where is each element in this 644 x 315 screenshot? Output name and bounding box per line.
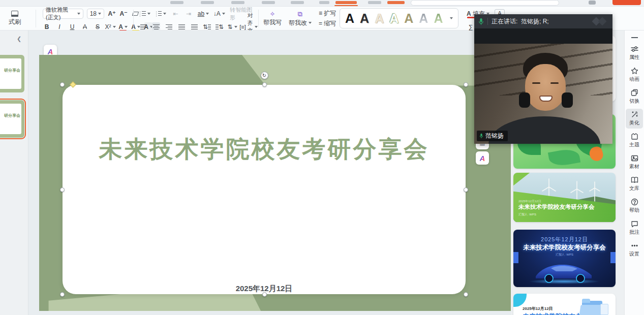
participant-name: 范铭扬 (485, 132, 504, 140)
editing-canvas[interactable]: A 未来技术学院校友考研分享会 2025年12月12日 ↻ (29, 30, 511, 315)
chevron-down-icon (77, 13, 80, 15)
topbar-icon[interactable] (589, 1, 596, 5)
rail-item-properties[interactable]: 属性 (626, 43, 643, 63)
decrease-indent-button[interactable]: ⇤ (171, 9, 179, 18)
font-name-select[interactable]: 微软雅黑 (正文) (43, 9, 83, 19)
menu-tab[interactable] (231, 1, 244, 4)
template-card-car[interactable]: 2025年12月12日 未来技术学院校友考研分享会 汇报人: WPS (513, 230, 616, 287)
rail-label: 美化 (629, 119, 639, 127)
right-tool-rail: 属性 动画 切换 美化 主题 素材 文库 帮助 (624, 30, 644, 315)
align-text-icon: [≡] (239, 24, 246, 30)
gallery-more-button[interactable] (450, 17, 453, 19)
art-style-3[interactable]: A (375, 12, 384, 25)
voice-banner: 正在讲话: 范铭扬; R; (474, 14, 612, 28)
format-painter-button[interactable]: 式刷 (2, 7, 27, 30)
resize-handle-nw[interactable] (60, 82, 65, 87)
resize-handle-se[interactable] (464, 292, 468, 297)
template-card-doc[interactable]: 2025年12月12日 未来技术学院校友考研分享会 (513, 294, 616, 315)
ai-expand-button[interactable]: ≡ 扩写 (319, 9, 336, 18)
art-text-gallery: A A A A A A A (340, 8, 458, 32)
art-style-4[interactable]: A (389, 12, 398, 25)
art-style-1[interactable]: A (345, 12, 354, 25)
divider (133, 10, 134, 27)
collapse-slides-panel-button[interactable]: ❮ (17, 36, 21, 42)
resize-handle-e[interactable] (464, 187, 468, 192)
art-style-2[interactable]: A (360, 12, 369, 25)
ai-revise-button[interactable]: ⧉ 帮我改 (289, 10, 312, 27)
video-call-overlay[interactable]: 正在讲话: 范铭扬; R; (474, 14, 612, 144)
chevron-down-icon (206, 13, 209, 15)
numbered-list-button[interactable] (156, 9, 167, 18)
rail-item-beautify[interactable]: 美化 (626, 109, 643, 129)
change-case-button[interactable]: ab (198, 9, 208, 18)
sparkle-icon: ✧ (270, 10, 275, 18)
rail-item-theme[interactable]: 主题 (626, 131, 643, 150)
resize-handle-sw[interactable] (60, 292, 65, 297)
resize-handle-w[interactable] (60, 187, 65, 192)
slide-editing-area[interactable]: 未来技术学院校友考研分享会 2025年12月12日 ↻ (39, 55, 511, 311)
search-input[interactable] (411, 0, 559, 6)
rail-item-assets[interactable]: 素材 (626, 152, 643, 172)
menu-tab[interactable] (387, 1, 405, 4)
shrink-font-button[interactable]: A⁻ (119, 9, 128, 18)
font-color-label: A (118, 23, 123, 30)
adjust-handle[interactable] (70, 81, 76, 88)
menu-tab[interactable] (291, 1, 304, 4)
title-card-shape[interactable]: 未来技术学院校友考研分享会 2025年12月12日 ↻ (63, 85, 466, 294)
wps-ai-float-button[interactable]: A (476, 151, 489, 165)
align-center-icon (153, 24, 160, 30)
thumbnail-2-text: 研分享会 (4, 113, 20, 118)
ai-expand-label: 扩写 (324, 10, 336, 17)
slide-title-text[interactable]: 未来技术学院校友考研分享会 (63, 134, 466, 165)
rail-item-help[interactable]: 帮助 (626, 196, 643, 216)
condense-icon: = (319, 20, 322, 27)
bullet-list-button[interactable] (139, 9, 150, 18)
text-direction-button[interactable]: ↓A (213, 9, 225, 18)
menu-tab[interactable] (201, 1, 214, 4)
rail-item-transition[interactable]: 切换 (626, 87, 643, 107)
rail-item-animation[interactable]: 动画 (626, 65, 643, 85)
resize-handle-ne[interactable] (464, 82, 468, 87)
menu-tab[interactable] (170, 1, 183, 4)
webcam-video[interactable]: 范铭扬 (474, 28, 612, 144)
chevron-down-icon (222, 13, 225, 15)
resize-handle-n[interactable] (262, 82, 267, 87)
thumbnail-1-text: 研分享会 (4, 68, 20, 73)
menu-tab[interactable] (368, 1, 381, 4)
increase-indent-button[interactable]: ⇥ (185, 9, 193, 18)
ai-write-button[interactable]: ✧ 帮我写 (263, 10, 282, 27)
art-style-7[interactable]: A (434, 12, 443, 25)
clear-format-button[interactable] (131, 9, 139, 18)
ai-condense-button[interactable]: = 缩写 (319, 19, 336, 28)
rail-item-library[interactable]: 文库 (626, 174, 643, 194)
template-card-windfarm[interactable]: 2025年12月12日 未来技术学院校友考研分享会 汇报人: WPS (513, 173, 616, 222)
collapse-rail-button[interactable] (631, 37, 638, 38)
person-face (525, 64, 566, 111)
menu-tab-active[interactable] (335, 1, 357, 4)
template-title: 未来技术学院校友考研分享会 (518, 203, 595, 211)
topbar-red-button[interactable] (612, 0, 641, 5)
rotate-handle[interactable]: ↻ (261, 72, 268, 79)
art-style-6[interactable]: A (419, 12, 428, 25)
grow-font-button[interactable]: A⁺ (108, 9, 116, 18)
wps-ai-icon: A (48, 47, 53, 56)
slide-thumbnail-2-preview: 研分享会 (0, 104, 21, 134)
ai-condense-label: 缩写 (324, 20, 336, 27)
chevron-down-icon (98, 13, 101, 15)
slide-thumbnail-1[interactable]: 研分享会 (0, 55, 24, 92)
star-icon (631, 67, 638, 75)
template-title: 未来技术学院校友考研分享会 (513, 243, 616, 252)
menu-tab[interactable] (262, 1, 275, 4)
doc-sheet (600, 304, 608, 315)
rail-label: 设置 (629, 250, 639, 258)
rail-item-settings[interactable]: 设置 (626, 240, 643, 260)
chevron-down-icon (255, 26, 258, 28)
menu-tab[interactable] (319, 1, 329, 4)
font-size-select[interactable]: 18 (87, 9, 104, 19)
rail-item-comments[interactable]: 批注 (626, 218, 643, 238)
text-fill-a: A (467, 10, 471, 17)
resize-handle-s[interactable] (262, 292, 267, 297)
slide-thumbnail-2-selected[interactable]: 研分享会 (0, 100, 24, 138)
art-style-5[interactable]: A (404, 12, 413, 25)
participant-name-tag: 范铭扬 (477, 131, 508, 141)
